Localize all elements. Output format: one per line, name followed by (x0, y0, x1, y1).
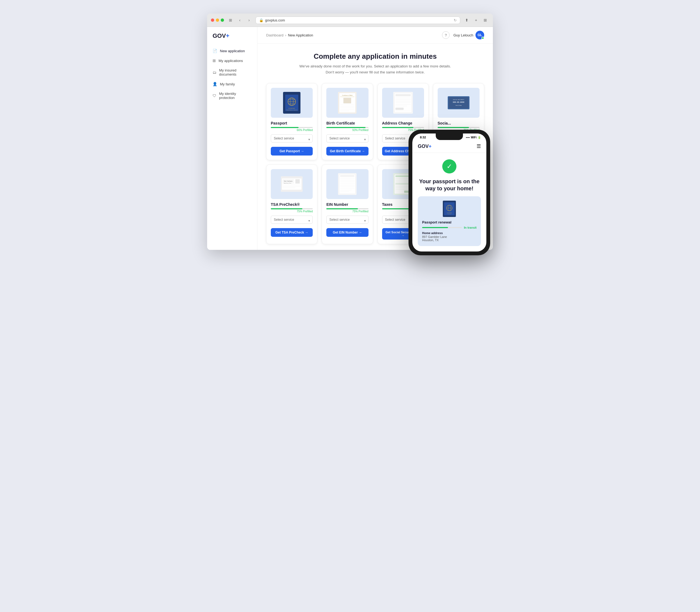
page-subtitle: We've already done most of the work for … (266, 63, 484, 75)
tsa-select-wrapper: Select service (271, 215, 313, 226)
header-right: ? Guy Lelouch GL (442, 31, 484, 39)
service-card-birth-certificate: Certificate of Birth (322, 83, 373, 160)
extensions-button[interactable]: ⊞ (482, 16, 489, 24)
ein-icon (338, 173, 356, 195)
logo: GOV+ (207, 32, 257, 46)
refresh-icon: ↻ (454, 18, 457, 22)
svg-text:Certificate of Birth: Certificate of Birth (342, 95, 353, 96)
get-tsa-button[interactable]: Get TSA PreCheck → (271, 228, 313, 237)
signal-icon: ▪▪▪▪ (466, 136, 470, 139)
phone-notch (436, 134, 463, 140)
sidebar-item-my-family[interactable]: 👤 My family (207, 79, 257, 89)
phone-nav: GOV+ ☰ (412, 140, 486, 153)
social-security-icon: SOCIAL SECURITY XXX-XX-XXXX John Q. Publ… (448, 96, 470, 110)
sidebar-toggle-button[interactable]: ⊞ (227, 16, 234, 24)
service-card-ein: EIN Number 75% Prefilled Select s (322, 165, 373, 244)
help-button[interactable]: ? (442, 31, 449, 39)
birth-certificate-icon: Certificate of Birth (338, 92, 356, 114)
sidebar-label-insured-documents: My insured documents (219, 68, 252, 76)
url-bar[interactable]: 🔒 govplus.com ↻ (256, 17, 460, 24)
maximize-button[interactable] (221, 18, 224, 22)
avatar-initials: GL (477, 33, 482, 37)
phone-menu-icon[interactable]: ☰ (476, 143, 481, 149)
breadcrumb-current: New Application (288, 33, 313, 37)
url-text: govplus.com (265, 18, 285, 22)
share-button[interactable]: ⬆ (463, 16, 471, 24)
ein-prefill-label: 75% Prefilled (326, 210, 368, 213)
service-card-tsa: TSA PreCheck Boarding Pass TSA PreCheck® (266, 165, 317, 244)
birth-certificate-select[interactable]: Select service (326, 134, 368, 142)
avatar[interactable]: GL (475, 31, 484, 39)
phone-success-message: Your passport is on the way to your home… (418, 178, 481, 192)
address-change-title: Address Change (382, 121, 424, 125)
sidebar-label-my-applications: My applications (218, 59, 243, 63)
get-birth-certificate-button[interactable]: Get Birth Certificate → (326, 147, 368, 155)
ein-title: EIN Number (326, 202, 368, 207)
sidebar-item-insured-documents[interactable]: 🗂 My insured documents (207, 66, 257, 79)
new-tab-button[interactable]: + (472, 16, 480, 24)
sidebar-label-my-family: My family (220, 82, 235, 86)
ein-select[interactable]: Select service (326, 215, 368, 224)
success-check-icon: ✓ (442, 159, 456, 173)
traffic-lights (211, 18, 224, 22)
breadcrumb-dashboard[interactable]: Dashboard (266, 33, 284, 37)
back-button[interactable]: ‹ (236, 16, 244, 24)
subtitle-line2: Don't worry — you'll never fill out the … (326, 70, 425, 74)
get-ein-button[interactable]: Get EIN Number → (326, 228, 368, 237)
ein-select-wrapper: Select service (326, 215, 368, 226)
svg-rect-28 (395, 108, 404, 110)
svg-rect-13 (344, 98, 351, 103)
insured-documents-icon: 🗂 (213, 70, 216, 74)
passport-transit-status: In transit (464, 226, 476, 229)
svg-text:XXX-XX-XXXX: XXX-XX-XXXX (453, 101, 464, 103)
tsa-icon: TSA PreCheck Boarding Pass (281, 175, 302, 193)
sidebar-item-new-application[interactable]: 📄 New application (207, 46, 257, 56)
address-line2: Houston, TX (422, 238, 476, 242)
ein-prefill: 75% Prefilled (326, 208, 368, 213)
birth-certificate-prefill-fill (326, 127, 365, 128)
new-application-icon: 📄 (213, 49, 217, 53)
birth-certificate-prefill-label: 93% Prefilled (326, 129, 368, 131)
browser-controls: ⊞ ‹ › (227, 16, 253, 24)
birth-certificate-select-wrapper: Select service (326, 134, 368, 145)
phone-logo: GOV+ (418, 143, 432, 149)
service-card-passport: PASSPORT United States of America Passpo… (266, 83, 317, 160)
sidebar-nav: 📄 New application ⊞ My applications 🗂 My… (207, 46, 257, 102)
get-passport-button[interactable]: Get Passport → (271, 147, 313, 155)
passport-select[interactable]: Select service (271, 134, 313, 142)
svg-text:Boarding Pass: Boarding Pass (284, 183, 292, 184)
page-header: Dashboard › New Application ? Guy Lelouc… (257, 27, 493, 43)
my-applications-icon: ⊞ (213, 58, 216, 63)
phone-screen: 8:32 ▪▪▪▪ WiFi 🔋 GOV+ ☰ (412, 134, 486, 251)
close-button[interactable] (211, 18, 214, 22)
passport-renewal-title: Passport renewal (422, 220, 476, 224)
ein-image (326, 169, 368, 199)
breadcrumb: Dashboard › New Application (266, 33, 313, 37)
svg-text:John Q. Public: John Q. Public (455, 105, 462, 106)
social-security-image: SOCIAL SECURITY XXX-XX-XXXX John Q. Publ… (438, 88, 480, 118)
phone-logo-gov: GOV (418, 143, 429, 149)
sidebar-item-identity-protection[interactable]: 🛡 My identity protection (207, 89, 257, 102)
phone-overlay: 8:32 ▪▪▪▪ WiFi 🔋 GOV+ ☰ (408, 130, 490, 255)
forward-button[interactable]: › (245, 16, 253, 24)
ein-prefill-fill (326, 208, 358, 209)
birth-certificate-title: Birth Certificate (326, 121, 368, 125)
svg-text:United States: United States (447, 214, 451, 215)
passport-renewal-card: PASSPORT United States Passport renewal … (418, 196, 481, 246)
minimize-button[interactable] (216, 18, 219, 22)
tsa-prefill-label: 75% Prefilled (271, 210, 313, 213)
passport-prefill-fill (271, 127, 299, 128)
address-change-prefill-fill (382, 127, 414, 128)
passport-prefill-label: 66% Prefilled (271, 129, 313, 131)
sidebar-item-my-applications[interactable]: ⊞ My applications (207, 56, 257, 66)
logo-gov: GOV (213, 32, 226, 39)
passport-renewal-image: PASSPORT United States (439, 201, 460, 217)
tsa-select[interactable]: Select service (271, 215, 313, 224)
phone-content: ✓ Your passport is on the way to your ho… (412, 153, 486, 251)
svg-text:PASSPORT: PASSPORT (288, 108, 295, 109)
phone-time: 8:32 (418, 136, 426, 139)
passport-select-wrapper: Select service (271, 134, 313, 145)
logo-plus: + (226, 32, 229, 39)
wifi-icon: WiFi (471, 136, 476, 139)
sidebar-label-new-application: New application (220, 49, 245, 53)
